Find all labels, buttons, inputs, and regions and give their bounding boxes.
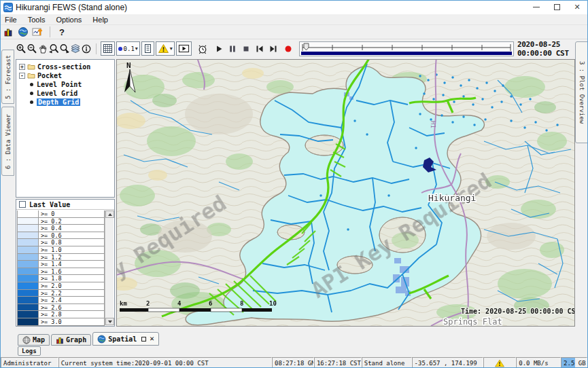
north-label: N <box>126 61 131 70</box>
status-system-time: Current system time:2020-09-01 00:00 CST <box>58 357 272 368</box>
tab-data-viewer[interactable]: 6 : Data Viewer <box>1 107 14 176</box>
legend-row[interactable]: >= 2.2 <box>17 290 105 297</box>
topology-tree-panel: + Cross-section - Pocket Level Point Lev… <box>16 59 115 198</box>
globe-icon <box>18 26 29 37</box>
legend-row[interactable]: >= 2.8 <box>17 311 105 318</box>
timeseries-display-button[interactable] <box>31 25 46 39</box>
explorer-button[interactable] <box>1 25 16 39</box>
legend-row[interactable]: >= 1.2 <box>17 254 105 261</box>
pan-button[interactable] <box>37 42 48 56</box>
menu-tools[interactable]: Tools <box>28 16 46 24</box>
status-local-time: 16:27:18 CST <box>314 357 362 368</box>
stop-button[interactable] <box>241 42 252 56</box>
tree-node-pocket[interactable]: - Pocket <box>19 71 114 79</box>
pause-button[interactable] <box>227 42 238 56</box>
status-warning-cell[interactable] <box>483 357 516 368</box>
grid-display-button[interactable] <box>101 41 115 56</box>
info-button[interactable] <box>81 42 92 56</box>
legend-scrollbar[interactable] <box>105 210 114 325</box>
toolbar-separator <box>50 26 50 37</box>
map-canvas[interactable]: API Key Required API Key Required Hikura… <box>117 60 574 326</box>
legend-class-label: >= 2.8 <box>39 311 105 318</box>
tree-node-cross-section[interactable]: + Cross-section <box>19 62 114 71</box>
legend-row[interactable]: >= 2.6 <box>17 304 105 312</box>
tree-node-depth-grid[interactable]: Depth Grid <box>19 98 114 106</box>
menu-help[interactable]: Help <box>92 16 108 24</box>
legend-row[interactable]: >= 0 <box>17 210 105 218</box>
title-bar: Hikurangi FEWS (Stand alone) ✕ <box>1 1 587 14</box>
status-download-rate: 0.0 MB/s <box>516 357 561 368</box>
bottom-tab-bar: Map Graph Spatial ✕ <box>16 331 575 346</box>
warning-icon <box>495 359 504 367</box>
animation-timer-button[interactable] <box>197 42 208 56</box>
legend-class-label: >= 2.2 <box>39 290 105 297</box>
expand-icon[interactable]: + <box>19 64 25 70</box>
legend-row[interactable]: >= 2.4 <box>17 297 105 304</box>
play-button[interactable] <box>213 42 224 56</box>
minimize-button[interactable] <box>526 1 547 13</box>
threshold-dot-icon <box>118 47 122 51</box>
tab-plot-overview[interactable]: 3 : Plot Overview <box>575 41 588 143</box>
legend-row[interactable]: >= 1.0 <box>17 246 105 254</box>
map-display-button[interactable] <box>16 25 31 39</box>
status-bar: Administrator Current system time:2020-0… <box>1 357 587 368</box>
tab-graph[interactable]: Graph <box>51 334 91 346</box>
toolbar-separator <box>96 43 97 54</box>
legend-row[interactable]: >= 1.4 <box>17 261 105 268</box>
status-gmt-time: 08:27:18 GMT <box>272 357 314 368</box>
tab-restore-icon[interactable] <box>141 337 146 342</box>
timeline-slider[interactable] <box>299 41 514 56</box>
zoom-next-button[interactable] <box>59 42 70 56</box>
zoom-previous-button[interactable] <box>48 42 59 56</box>
legend-row[interactable]: >= 0.8 <box>17 239 105 246</box>
scale-unit-label: km <box>120 300 127 307</box>
logs-tab[interactable]: Logs <box>18 346 41 356</box>
legend-color-swatch <box>17 210 39 218</box>
skip-to-start-button[interactable] <box>254 42 265 56</box>
skip-end-icon <box>268 43 279 54</box>
legend-row[interactable]: >= 3.0 <box>17 318 105 326</box>
tree-node-label: Cross-section <box>37 63 90 71</box>
maximize-button[interactable] <box>547 1 567 13</box>
threshold-dropdown[interactable]: 0.1 ▾ <box>116 41 140 56</box>
tree-node-level-grid[interactable]: Level Grid <box>19 89 114 97</box>
close-icon: ✕ <box>574 3 580 12</box>
menu-options[interactable]: Options <box>56 16 82 24</box>
alarm-clock-icon <box>197 43 208 54</box>
animation-player-button[interactable] <box>176 41 192 56</box>
timeline-thumb[interactable] <box>304 43 309 50</box>
tab-map[interactable]: Map <box>18 334 50 346</box>
help-button[interactable]: ? <box>54 25 69 39</box>
record-button[interactable] <box>283 42 294 56</box>
legend-row[interactable]: >= 0.4 <box>17 225 105 232</box>
legend-row[interactable]: >= 1.8 <box>17 275 105 282</box>
tab-close-icon[interactable]: ✕ <box>150 335 154 342</box>
skip-to-end-button[interactable] <box>268 42 279 56</box>
legend-row[interactable]: >= 0.6 <box>17 232 105 240</box>
collapse-icon[interactable]: - <box>19 73 25 79</box>
legend-class-label: >= 0 <box>39 210 105 218</box>
legend-row[interactable]: >= 2.0 <box>17 282 105 290</box>
tab-forecast[interactable]: 5 : Forecast <box>1 50 14 104</box>
status-user: Administrator <box>1 357 58 368</box>
menu-file[interactable]: File <box>5 16 17 24</box>
zoom-out-button[interactable] <box>27 42 37 56</box>
legend-color-swatch <box>17 311 39 318</box>
last-value-checkbox[interactable] <box>19 201 26 208</box>
warnings-dropdown[interactable]: ▾ <box>156 41 175 56</box>
legend-row[interactable]: >= 1.6 <box>17 268 105 276</box>
layers-button[interactable] <box>70 42 81 56</box>
map-view[interactable]: API Key Required API Key Required Hikura… <box>116 59 575 327</box>
tree-node-level-point[interactable]: Level Point <box>19 80 114 88</box>
bar-chart-icon <box>3 26 14 37</box>
scroll-up-button[interactable] <box>105 210 114 218</box>
zoom-in-button[interactable] <box>16 42 27 56</box>
tree-node-label: Level Point <box>37 81 82 88</box>
classification-button[interactable] <box>141 41 154 56</box>
legend-row[interactable]: >= 0.2 <box>17 218 105 225</box>
tab-spatial[interactable]: Spatial ✕ <box>92 332 159 346</box>
scroll-down-button[interactable] <box>105 318 114 325</box>
close-button[interactable]: ✕ <box>567 1 587 13</box>
help-icon: ? <box>59 27 65 37</box>
legend-color-swatch <box>17 290 39 297</box>
